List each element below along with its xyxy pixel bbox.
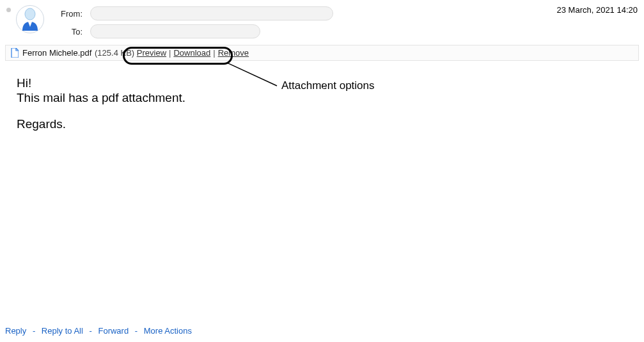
body-line: Regards. <box>17 117 644 132</box>
email-header: From: To: 23 March, 2021 14:20 <box>0 0 644 41</box>
separator: | <box>213 48 215 58</box>
preview-link[interactable]: Preview <box>137 48 166 58</box>
to-row: To: <box>56 24 333 38</box>
body-line: This mail has a pdf attachment. <box>17 91 644 106</box>
reply-all-link[interactable]: Reply to All <box>42 326 83 336</box>
action-separator: - <box>135 326 137 336</box>
from-input[interactable] <box>90 6 333 20</box>
email-date: 23 March, 2021 14:20 <box>557 5 638 15</box>
avatar <box>16 5 44 33</box>
from-row: From: <box>56 6 333 20</box>
svg-point-0 <box>25 8 35 20</box>
action-separator: - <box>90 326 92 336</box>
header-left: From: To: <box>6 5 333 38</box>
separator: | <box>169 48 171 58</box>
action-separator: - <box>33 326 35 336</box>
avatar-icon <box>20 8 40 31</box>
from-label: From: <box>56 9 82 19</box>
status-dot-icon <box>6 8 11 12</box>
reply-link[interactable]: Reply <box>5 326 26 336</box>
to-label: To: <box>56 27 82 37</box>
email-body: Hi! This mail has a pdf attachment. Rega… <box>0 61 644 131</box>
attachment-filename: Ferron Michele.pdf <box>22 48 91 58</box>
download-link[interactable]: Download <box>173 48 210 58</box>
header-fields: From: To: <box>56 5 333 38</box>
attachment-bar: Ferron Michele.pdf (125.4 KB) Preview | … <box>5 45 639 61</box>
action-bar: Reply - Reply to All - Forward - More Ac… <box>5 326 192 336</box>
file-icon <box>11 48 19 58</box>
annotation-label: Attachment options <box>281 79 375 92</box>
remove-link[interactable]: Remove <box>218 48 249 58</box>
attachment-size: (125.4 KB) <box>95 48 134 58</box>
forward-link[interactable]: Forward <box>98 326 129 336</box>
to-input[interactable] <box>90 24 260 38</box>
more-actions-link[interactable]: More Actions <box>144 326 192 336</box>
